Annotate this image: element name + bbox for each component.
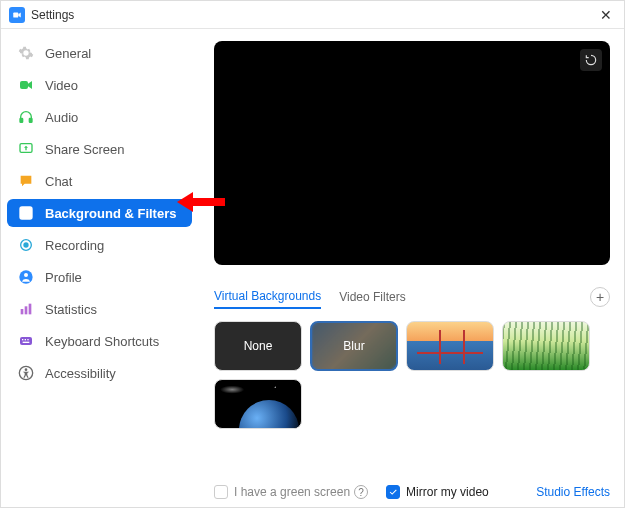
app-icon — [9, 7, 25, 23]
headphones-icon — [17, 108, 35, 126]
sidebar-item-general[interactable]: General — [7, 39, 192, 67]
record-icon — [17, 236, 35, 254]
svg-rect-2 — [20, 118, 23, 122]
content-pane: Virtual Backgrounds Video Filters + None… — [196, 29, 624, 507]
sidebar-item-profile[interactable]: Profile — [7, 263, 192, 291]
add-background-button[interactable]: + — [590, 287, 610, 307]
svg-rect-14 — [20, 337, 32, 345]
svg-rect-11 — [21, 309, 24, 314]
window-title: Settings — [31, 8, 74, 22]
sidebar-item-label: General — [45, 46, 91, 61]
sidebar-item-label: Recording — [45, 238, 104, 253]
svg-rect-17 — [27, 339, 28, 340]
tab-video-filters[interactable]: Video Filters — [339, 286, 405, 308]
svg-point-10 — [24, 273, 28, 277]
sidebar-item-chat[interactable]: Chat — [7, 167, 192, 195]
accessibility-icon — [17, 364, 35, 382]
gear-icon — [17, 44, 35, 62]
keyboard-icon — [17, 332, 35, 350]
green-screen-label: I have a green screen — [234, 485, 350, 499]
statistics-icon — [17, 300, 35, 318]
sidebar-item-accessibility[interactable]: Accessibility — [7, 359, 192, 387]
chat-icon — [17, 172, 35, 190]
svg-rect-12 — [25, 306, 28, 314]
sidebar-item-audio[interactable]: Audio — [7, 103, 192, 131]
svg-rect-13 — [29, 304, 32, 315]
bg-option-bridge[interactable] — [406, 321, 494, 371]
share-screen-icon — [17, 140, 35, 158]
svg-point-20 — [25, 368, 28, 371]
svg-rect-16 — [25, 339, 26, 340]
background-thumbnails: None Blur — [214, 321, 610, 429]
sidebar-item-label: Accessibility — [45, 366, 116, 381]
sidebar-item-label: Chat — [45, 174, 72, 189]
bg-option-grass[interactable] — [502, 321, 590, 371]
bg-option-none[interactable]: None — [214, 321, 302, 371]
sidebar: General Video Audio Share Screen Chat Ba… — [1, 29, 196, 507]
svg-rect-1 — [20, 81, 28, 89]
help-icon[interactable]: ? — [354, 485, 368, 499]
sidebar-item-video[interactable]: Video — [7, 71, 192, 99]
tabs: Virtual Backgrounds Video Filters + — [214, 285, 610, 309]
sidebar-item-label: Share Screen — [45, 142, 125, 157]
rotate-button[interactable] — [580, 49, 602, 71]
mirror-checkbox[interactable] — [386, 485, 400, 499]
svg-point-8 — [23, 242, 28, 247]
svg-point-6 — [24, 210, 28, 214]
sidebar-item-label: Video — [45, 78, 78, 93]
tab-virtual-backgrounds[interactable]: Virtual Backgrounds — [214, 285, 321, 309]
sidebar-item-statistics[interactable]: Statistics — [7, 295, 192, 323]
svg-rect-0 — [13, 12, 18, 17]
sidebar-item-keyboard-shortcuts[interactable]: Keyboard Shortcuts — [7, 327, 192, 355]
sidebar-item-label: Background & Filters — [45, 206, 176, 221]
svg-rect-18 — [23, 342, 30, 343]
svg-rect-15 — [22, 339, 23, 340]
sidebar-item-label: Audio — [45, 110, 78, 125]
background-icon — [17, 204, 35, 222]
studio-effects-link[interactable]: Studio Effects — [536, 485, 610, 499]
svg-rect-3 — [29, 118, 32, 122]
sidebar-item-background-filters[interactable]: Background & Filters — [7, 199, 192, 227]
bg-option-blur[interactable]: Blur — [310, 321, 398, 371]
main: General Video Audio Share Screen Chat Ba… — [1, 29, 624, 507]
titlebar: Settings ✕ — [1, 1, 624, 29]
close-button[interactable]: ✕ — [596, 7, 616, 23]
sidebar-item-share-screen[interactable]: Share Screen — [7, 135, 192, 163]
mirror-label: Mirror my video — [406, 485, 489, 499]
sidebar-item-recording[interactable]: Recording — [7, 231, 192, 259]
sidebar-item-label: Keyboard Shortcuts — [45, 334, 159, 349]
green-screen-checkbox[interactable] — [214, 485, 228, 499]
video-icon — [17, 76, 35, 94]
video-preview — [214, 41, 610, 265]
bg-option-earth[interactable] — [214, 379, 302, 429]
footer: I have a green screen ? Mirror my video … — [214, 485, 610, 499]
profile-icon — [17, 268, 35, 286]
sidebar-item-label: Profile — [45, 270, 82, 285]
sidebar-item-label: Statistics — [45, 302, 97, 317]
